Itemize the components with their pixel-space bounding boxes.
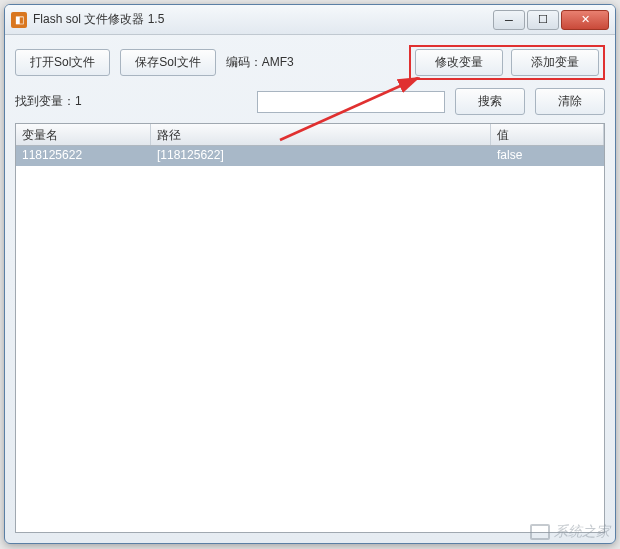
save-sol-button[interactable]: 保存Sol文件 [120, 49, 215, 76]
watermark-text: 系统之家 [554, 523, 610, 541]
add-variable-button[interactable]: 添加变量 [511, 49, 599, 76]
found-label: 找到变量：1 [15, 93, 82, 110]
highlight-annotation: 修改变量 添加变量 [409, 45, 605, 80]
window-title: Flash sol 文件修改器 1.5 [33, 11, 493, 28]
window-controls: ─ ☐ ✕ [493, 10, 609, 30]
encoding-label-text: 编码： [226, 55, 262, 69]
variable-table: 变量名 路径 值 118125622 [118125622] false [15, 123, 605, 533]
maximize-button[interactable]: ☐ [527, 10, 559, 30]
minimize-button[interactable]: ─ [493, 10, 525, 30]
watermark: 系统之家 [530, 523, 610, 541]
table-body: 118125622 [118125622] false [16, 146, 604, 166]
open-sol-button[interactable]: 打开Sol文件 [15, 49, 110, 76]
app-window: ◧ Flash sol 文件修改器 1.5 ─ ☐ ✕ 打开Sol文件 保存So… [4, 4, 616, 544]
search-button[interactable]: 搜索 [455, 88, 525, 115]
cell-path: [118125622] [151, 146, 491, 166]
clear-button[interactable]: 清除 [535, 88, 605, 115]
close-button[interactable]: ✕ [561, 10, 609, 30]
app-icon: ◧ [11, 12, 27, 28]
toolbar-row-2: 找到变量：1 搜索 清除 [15, 88, 605, 115]
table-header: 变量名 路径 值 [16, 124, 604, 146]
client-area: 打开Sol文件 保存Sol文件 编码：AMF3 修改变量 添加变量 找到变量：1… [5, 35, 615, 543]
toolbar-row-1: 打开Sol文件 保存Sol文件 编码：AMF3 修改变量 添加变量 [15, 45, 605, 80]
cell-name: 118125622 [16, 146, 151, 166]
cell-value: false [491, 146, 604, 166]
modify-variable-button[interactable]: 修改变量 [415, 49, 503, 76]
found-count: 1 [75, 94, 82, 108]
found-label-text: 找到变量： [15, 94, 75, 108]
column-header-name[interactable]: 变量名 [16, 124, 151, 145]
encoding-label: 编码：AMF3 [226, 54, 294, 71]
encoding-value: AMF3 [262, 55, 294, 69]
search-input[interactable] [257, 91, 445, 113]
titlebar[interactable]: ◧ Flash sol 文件修改器 1.5 ─ ☐ ✕ [5, 5, 615, 35]
column-header-value[interactable]: 值 [491, 124, 604, 145]
column-header-path[interactable]: 路径 [151, 124, 491, 145]
table-row[interactable]: 118125622 [118125622] false [16, 146, 604, 166]
watermark-icon [530, 524, 550, 540]
